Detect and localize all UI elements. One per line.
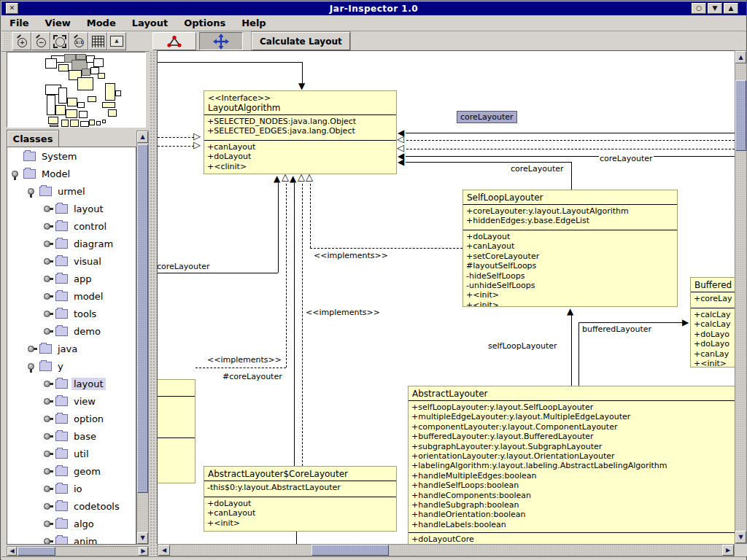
tree-vscroll-thumb[interactable] [137,144,148,493]
tree-expander-icon[interactable] [42,483,54,494]
fit-content-button[interactable] [50,32,69,50]
canvas-scroll-up-button[interactable]: ▲ [735,51,746,63]
tree-item-option[interactable]: option [7,410,136,427]
tree-expander-icon[interactable] [26,185,38,197]
toolbar-grip[interactable] [4,33,10,50]
tree-item-anim[interactable]: anim [7,532,136,545]
menu-mode[interactable]: Mode [79,18,124,28]
tree-expander-icon[interactable] [42,395,54,407]
tree-expander-icon[interactable] [26,343,38,354]
tree-expander-icon[interactable] [42,308,54,319]
tree-item-demo[interactable]: demo [7,322,136,340]
canvas-vscrollbar[interactable]: ▲ ▼ [735,50,747,544]
edge-label-corelayouter[interactable]: coreLayouter [510,164,565,174]
tree-expander-icon[interactable] [42,500,54,512]
class-box-abstractlayouter[interactable]: AbstractLayouter +selfLoopLayouter:y.lay… [408,386,735,544]
tree-hscroll-thumb[interactable] [18,547,55,556]
tree-item-codetools[interactable]: codetools [7,497,136,515]
tree-expander-icon[interactable] [42,325,54,337]
tree-scroll-up-button[interactable]: ▲ [137,131,148,143]
menu-options[interactable]: Options [176,18,233,28]
class-box-clipped-left[interactable]: im [158,379,196,483]
tree-item-view[interactable]: view [7,392,136,410]
edit-mode-button[interactable] [152,32,196,50]
tree-item-layout[interactable]: layout [7,375,136,392]
edge-label-implements[interactable]: <<implements>> [206,355,282,365]
edge-label-corelayouter-hash[interactable]: #coreLayouter [222,372,283,381]
tree-item-visual[interactable]: visual [7,252,136,270]
tree-item-app[interactable]: app [7,270,136,287]
menu-help[interactable]: Help [233,18,274,28]
tree-item-layout[interactable]: layout [7,200,136,217]
tree-item-y[interactable]: y [7,357,136,375]
tree-expander-icon[interactable] [42,465,54,477]
edge-label-corelayouter[interactable]: coreLayouter [599,154,654,163]
minimize-button[interactable]: ▼ [708,3,722,14]
tree-item-control[interactable]: control [7,217,136,235]
tree-item-util[interactable]: util [7,445,136,462]
tree-expander-icon[interactable] [42,535,54,545]
canvas-hscrollbar[interactable]: ◀ ▶ [158,544,735,556]
zoom-out-button[interactable]: − [31,32,50,50]
class-box-selflooplayouter[interactable]: SelfLoopLayouter +coreLayouter:y.layout.… [462,190,678,307]
tree-expander-icon[interactable] [10,168,22,179]
tree-scroll-down-button[interactable]: ▼ [137,532,148,544]
canvas-scroll-down-button[interactable]: ▼ [735,531,746,543]
title-bar[interactable]: ✕ Jar-Inspector 1.0 ○ ▼ ▲ [1,1,746,15]
tree-expander-icon[interactable] [42,220,54,232]
edge-label-implements[interactable]: <<implements>> [305,308,381,317]
tree-expander-icon[interactable] [42,430,54,442]
tree-item-model[interactable]: model [7,287,136,305]
tree-expander-icon[interactable] [42,255,54,267]
class-box-layoutalgorithm[interactable]: <<Interface>> LayoutAlgorithm +SELECTED_… [204,90,397,174]
edge-label-selflooplayouter[interactable]: selfLoopLayouter [487,341,558,351]
tree-expander-icon[interactable] [26,360,38,372]
actual-size-button[interactable]: 1:1 [69,32,88,50]
grid-button[interactable] [88,32,107,50]
tree-item-base[interactable]: base [7,427,136,445]
tree-item-System[interactable]: System [7,147,136,165]
edge-label-corelayouter-selected[interactable]: coreLayouter [457,111,517,123]
tree-scroll-right-button[interactable]: ▶ [139,547,148,556]
tree-item-diagram[interactable]: diagram [7,235,136,252]
canvas-scroll-right-button[interactable]: ▶ [722,545,734,556]
tree-expander-icon[interactable] [42,518,54,529]
tree-item-algo[interactable]: algo [7,515,136,532]
tab-classes[interactable]: Classes [7,130,59,147]
edge-label-corelayouter[interactable]: coreLayouter [158,262,211,271]
tree-expander-icon[interactable] [42,273,54,284]
tree-expander-icon[interactable] [42,238,54,249]
tree-expander-icon[interactable] [42,378,54,389]
tree-item-java[interactable]: java [7,340,136,357]
overview-minimap[interactable] [7,52,146,128]
canvas-scroll-left-button[interactable]: ◀ [158,545,170,556]
tree-expander-icon[interactable] [42,203,54,214]
tree-item-geom[interactable]: geom [7,462,136,480]
edge-label-implements[interactable]: <<implements>> [313,251,389,260]
menu-file[interactable]: File [1,18,37,28]
class-box-corelayouter[interactable]: AbstractLayouter$CoreLayouter -this$0:y.… [204,466,397,532]
menu-view[interactable]: View [37,18,79,28]
menu-layout[interactable]: Layout [124,18,177,28]
tree-item-io[interactable]: io [7,480,136,497]
overview-button[interactable]: ▲ [107,32,126,50]
move-mode-button[interactable] [199,32,243,50]
canvas-vscroll-thumb[interactable] [735,80,746,151]
maximize-button[interactable]: ▲ [724,3,738,14]
tree-item-Model[interactable]: Model [7,165,136,182]
tree-item-urmel[interactable]: urmel [7,182,136,200]
calculate-layout-button[interactable]: Calculate Layout [252,32,350,50]
canvas-hscroll-thumb[interactable] [311,545,389,556]
tree-expander-icon[interactable] [42,413,54,424]
edge-label-bufferedlayouter[interactable]: bufferedLayouter [581,324,652,334]
tree-vscrollbar[interactable]: ▲ ▼ [136,131,149,545]
tree-hscrollbar[interactable]: ◀ ▶ [7,546,149,556]
tree-item-tools[interactable]: tools [7,305,136,322]
zoom-in-button[interactable]: + [12,32,31,50]
tree-scroll-left-button[interactable]: ◀ [7,547,17,556]
tree-expander-icon[interactable] [42,448,54,459]
restore-button[interactable]: ○ [692,3,706,14]
diagram-canvas[interactable]: ▼ ▷ ▷ ◀ ◁ ◁ ◀ ◀ ▲ △ ▲ △ △ ▲ [158,51,735,544]
tree-expander-icon[interactable] [42,290,54,302]
class-box-bufferedlayouter[interactable]: Buffered +coreLay +calcLay+calcLay+doLay… [690,277,735,368]
